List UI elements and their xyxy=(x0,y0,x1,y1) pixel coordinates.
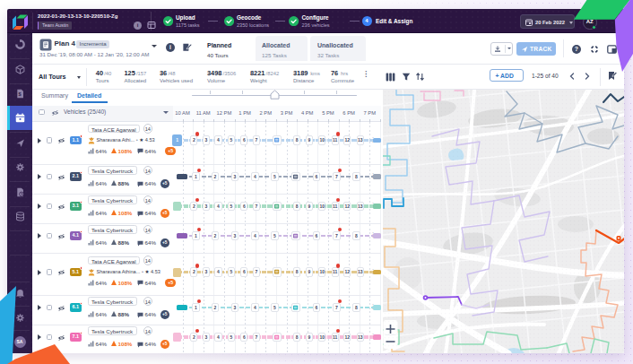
svg-text:$: $ xyxy=(18,91,21,97)
